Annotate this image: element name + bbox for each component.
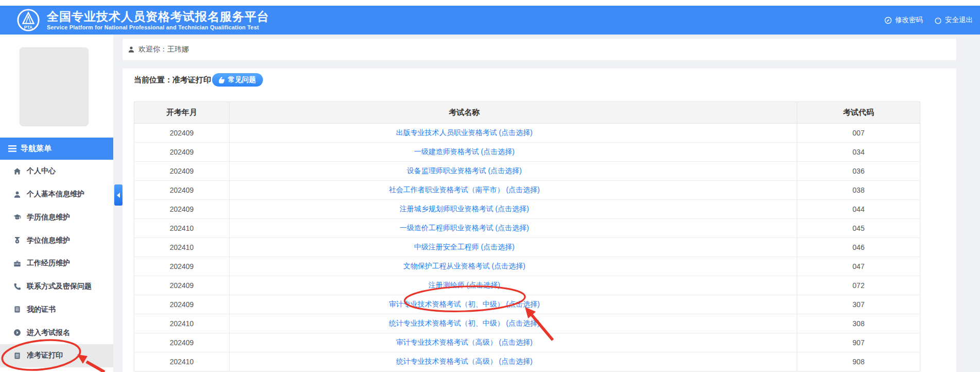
faq-button-label: 常见问题	[228, 75, 256, 84]
sidebar-item-basic-info[interactable]: 个人基本信息维护	[0, 183, 113, 206]
column-header-name: 考试名称	[230, 102, 797, 123]
chevron-left-icon	[117, 193, 120, 198]
sidebar-item-label: 准考证打印	[27, 351, 63, 360]
exam-name-link[interactable]: 一级造价工程师职业资格考试 (点击选择)	[399, 224, 529, 233]
exam-month: 202410	[134, 219, 230, 238]
exam-name-link[interactable]: 统计专业技术资格考试（初、中级） (点击选择)	[389, 319, 539, 328]
sidebar: 导航菜单 个人中心 个人基本信息维护 学历信息维护 学位信息维护 工作经历维护	[0, 35, 113, 372]
exam-table: 开考年月 考试名称 考试代码 202409 出版专业技术人员职业资格考试 (点击…	[134, 102, 920, 371]
table-row: 202409 注册测绘师 (点击选择) 072	[134, 276, 920, 295]
exam-code: 034	[797, 143, 920, 161]
logout-label: 安全退出	[945, 15, 973, 25]
sidebar-item-contact-security[interactable]: 联系方式及密保问题	[0, 275, 113, 298]
exam-name-link[interactable]: 注册城乡规划师职业资格考试 (点击选择)	[399, 205, 529, 214]
exam-name-link[interactable]: 社会工作者职业资格考试（南平市） (点击选择)	[389, 185, 539, 195]
pta-logo-icon: PTA	[16, 8, 40, 32]
exam-name-link[interactable]: 审计专业技术资格考试（初、中级） (点击选择)	[389, 300, 539, 309]
welcome-text: 欢迎你：王玮娜	[138, 45, 189, 54]
user-icon	[13, 191, 21, 198]
main-panel: 当前位置：准考证打印 常见问题 开考年月 考试名称 考试代码 202409 出版…	[122, 69, 956, 372]
table-row: 202409 设备监理师职业资格考试 (点击选择) 036	[134, 162, 920, 181]
exam-name-link[interactable]: 注册测绘师 (点击选择)	[428, 281, 500, 290]
sidebar-item-label: 个人基本信息维护	[27, 190, 84, 199]
nav-list: 个人中心 个人基本信息维护 学历信息维护 学位信息维护 工作经历维护 联系方式及…	[0, 160, 113, 367]
exam-code: 045	[797, 219, 920, 238]
sidebar-item-label: 学位信息维护	[27, 236, 70, 245]
sidebar-item-work-history[interactable]: 工作经历维护	[0, 252, 113, 275]
hamburger-menu-icon	[8, 145, 16, 152]
table-row: 202410 中级注册安全工程师 (点击选择) 046	[134, 238, 920, 257]
breadcrumb: 当前位置：准考证打印	[134, 75, 211, 85]
exam-month: 202409	[134, 295, 230, 314]
app-subtitle: Service Platform for National Profession…	[47, 24, 269, 30]
table-row-annotated: 202409 审计专业技术资格考试（初、中级） (点击选择) 307	[134, 295, 920, 314]
table-row: 202409 审计专业技术资格考试（高级） (点击选择) 907	[134, 333, 920, 352]
graduation-cap-icon	[13, 213, 21, 221]
exam-name-link[interactable]: 文物保护工程从业资格考试 (点击选择)	[403, 262, 525, 271]
exam-name-link[interactable]: 出版专业技术人员职业资格考试 (点击选择)	[396, 128, 532, 138]
sidebar-item-label: 我的证书	[27, 305, 56, 314]
sidebar-item-education-info[interactable]: 学历信息维护	[0, 206, 113, 229]
sidebar-collapse-handle[interactable]	[114, 184, 122, 206]
sidebar-item-label: 工作经历维护	[27, 259, 70, 268]
exam-month: 202410	[134, 314, 230, 333]
certificate-icon	[13, 306, 21, 313]
briefcase-icon	[13, 260, 21, 267]
app-header: PTA 全国专业技术人员资格考试报名服务平台 Service Platform …	[0, 6, 980, 35]
welcome-bar: 欢迎你：王玮娜	[122, 39, 956, 60]
phone-icon	[13, 283, 21, 291]
exam-code: 038	[797, 181, 920, 199]
exam-name-link[interactable]: 中级注册安全工程师 (点击选择)	[414, 243, 514, 252]
table-row: 202409 社会工作者职业资格考试（南平市） (点击选择) 038	[134, 181, 920, 200]
svg-text:PTA: PTA	[24, 25, 33, 30]
table-row: 202409 一级建造师资格考试 (点击选择) 034	[134, 143, 920, 162]
degree-medal-icon	[13, 236, 21, 244]
sidebar-item-my-certificates[interactable]: 我的证书	[0, 298, 113, 322]
exam-month: 202410	[134, 238, 230, 257]
exam-month: 202410	[134, 352, 230, 371]
exam-code: 907	[797, 333, 920, 352]
exam-code: 908	[797, 352, 920, 371]
exam-month: 202409	[134, 200, 230, 218]
exam-code: 072	[797, 276, 920, 295]
exam-code: 036	[797, 162, 920, 180]
table-row: 202409 文物保护工程从业资格考试 (点击选择) 047	[134, 257, 920, 276]
nav-menu-header: 导航菜单	[0, 138, 113, 160]
exam-name-link[interactable]: 统计专业技术资格考试（高级） (点击选择)	[396, 357, 532, 366]
edit-pencil-icon	[884, 16, 892, 24]
enter-arrow-icon	[13, 329, 21, 336]
column-header-code: 考试代码	[797, 102, 920, 123]
exam-month: 202409	[134, 162, 230, 180]
app-titles: 全国专业技术人员资格考试报名服务平台 Service Platform for …	[47, 10, 269, 30]
change-password-link[interactable]: 修改密码	[884, 15, 923, 25]
exam-name-link[interactable]: 设备监理师职业资格考试 (点击选择)	[407, 166, 521, 176]
sidebar-item-enter-registration[interactable]: 进入考试报名	[0, 321, 113, 344]
exam-month: 202409	[134, 333, 230, 352]
exam-month: 202409	[134, 124, 230, 142]
exam-month: 202409	[134, 181, 230, 199]
exam-code: 046	[797, 238, 920, 257]
sidebar-item-degree-info[interactable]: 学位信息维护	[0, 229, 113, 252]
nav-menu-title: 导航菜单	[21, 144, 51, 154]
faq-button[interactable]: 常见问题	[212, 73, 263, 87]
table-row: 202410 一级造价工程师职业资格考试 (点击选择) 045	[134, 219, 920, 238]
sidebar-item-label: 个人中心	[27, 166, 56, 176]
change-password-label: 修改密码	[895, 15, 923, 25]
exam-name-link[interactable]: 审计专业技术资格考试（高级） (点击选择)	[396, 338, 532, 347]
ticket-print-icon	[13, 352, 21, 360]
exam-name-link[interactable]: 一级建造师资格考试 (点击选择)	[414, 147, 514, 157]
exam-month: 202409	[134, 257, 230, 276]
exam-table-header: 开考年月 考试名称 考试代码	[134, 102, 920, 124]
exam-month: 202409	[134, 276, 230, 295]
table-row: 202409 注册城乡规划师职业资格考试 (点击选择) 044	[134, 200, 920, 219]
exam-month: 202409	[134, 143, 230, 161]
logout-link[interactable]: 安全退出	[934, 15, 973, 25]
sidebar-item-label: 学历信息维护	[27, 213, 70, 222]
person-icon	[128, 46, 135, 53]
sidebar-item-admission-ticket-print[interactable]: 准考证打印	[0, 344, 113, 367]
app-title: 全国专业技术人员资格考试报名服务平台	[47, 10, 269, 23]
table-row: 202410 统计专业技术资格考试（高级） (点击选择) 908	[134, 352, 920, 371]
table-row: 202409 出版专业技术人员职业资格考试 (点击选择) 007	[134, 124, 920, 143]
sidebar-item-personal-center[interactable]: 个人中心	[0, 160, 113, 183]
column-header-month: 开考年月	[134, 102, 230, 123]
